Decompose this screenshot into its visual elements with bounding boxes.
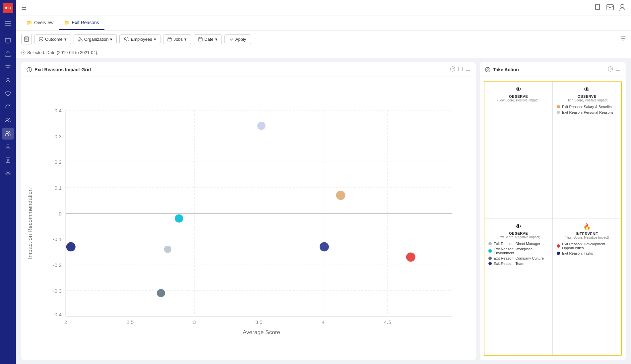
svg-point-26 [39,37,43,41]
tab-exit-reasons[interactable]: 📁 Exit Reasons [59,16,104,30]
svg-point-16 [7,173,9,174]
legend-tasks: Exit Reason: Tasks [557,251,617,255]
eye-icon-tr: 👁 [557,86,617,93]
svg-point-10 [9,132,10,133]
data-point-development [406,252,415,262]
jobs-filter[interactable]: Jobs ▾ [163,34,191,44]
date-filter[interactable]: Date ▾ [194,34,221,44]
employees-chevron: ▾ [154,37,156,42]
svg-point-11 [7,145,9,147]
selected-info-bar: Selected: Date (2019-04 to 2021-04). [16,48,631,58]
sidebar-report[interactable] [2,154,14,166]
svg-text:4.5: 4.5 [384,319,391,325]
organization-chevron: ▾ [110,37,112,42]
svg-rect-3 [5,38,11,42]
chart-panel: Exit Reasons Impact-Grid ? [21,62,476,360]
flame-icon-br: 🔥 [557,223,617,230]
filters-bar: Outcome ▾ Organization ▾ Employees ▾ Job… [16,30,631,48]
svg-text:0.4: 0.4 [54,108,62,113]
legend-salary: Exit Reason: Salary & Benefits [557,105,617,109]
svg-rect-0 [5,21,11,22]
svg-text:3: 3 [193,319,196,325]
legend-workplace: Exit Reason: Workplace Environment [488,247,548,255]
legend-team: Exit Reason: Team [488,262,548,266]
chart-area: Impact on Recommendation Average Score [21,77,476,360]
sidebar-group[interactable] [2,114,14,126]
svg-text:2.5: 2.5 [127,319,134,325]
action-title: Take Action [485,67,519,72]
sidebar-users-active[interactable] [2,128,14,140]
chart-actions: ? [450,66,471,73]
sidebar-refresh[interactable] [2,101,14,113]
tab-overview[interactable]: 📁 Overview [21,16,59,30]
svg-point-9 [6,132,8,134]
tabs-bar: 📁 Overview 📁 Exit Reasons [16,16,631,30]
svg-rect-24 [25,37,27,38]
svg-point-8 [9,119,10,120]
svg-text:?: ? [452,67,454,71]
sidebar-person[interactable] [2,75,14,87]
folder-blue-icon: 📁 [64,20,70,25]
organization-filter[interactable]: Organization ▾ [74,34,117,44]
data-point-company-culture [157,289,165,297]
quadrant-observe-low-positive: 👁 OBSERVE (Low Score, Positive Impact) [484,82,553,218]
action-help-icon[interactable]: ? [608,66,613,73]
selected-text: Selected: Date (2019-04 to 2021-04). [27,50,98,55]
svg-text:Average Score: Average Score [243,329,280,335]
folder-icon: 📁 [27,20,32,25]
svg-text:-0.3: -0.3 [53,288,62,294]
chart-minimize-icon[interactable] [466,67,471,72]
eye-icon-tl: 👁 [488,86,548,93]
action-minimize-icon[interactable] [616,67,620,72]
svg-point-88 [485,67,490,72]
sidebar-heart[interactable] [2,88,14,100]
svg-rect-38 [198,38,202,41]
action-panel: Take Action ? 👁 OBSERVE [480,62,626,360]
svg-rect-27 [80,37,81,38]
legend-development: Exit Reason: Development Opportunities [557,242,617,250]
sidebar-person2[interactable] [2,141,14,153]
data-point-salary [336,191,345,200]
save-filter-button[interactable] [21,34,32,44]
svg-point-46 [23,52,24,53]
quadrant-observe-high-positive: 👁 OBSERVE (High Score, Positive Impact) … [553,82,621,218]
svg-text:-0.2: -0.2 [53,262,62,268]
user-icon[interactable] [619,4,626,12]
svg-text:4: 4 [322,319,325,325]
svg-rect-29 [81,40,82,41]
legend-direct-manager: Exit Reason: Direct Manager [488,242,548,246]
chart-expand-icon[interactable] [458,66,463,73]
svg-point-6 [7,79,9,81]
svg-text:0.1: 0.1 [54,185,62,191]
data-point-tasks [66,242,76,251]
svg-text:Impact on Recommendation: Impact on Recommendation [27,188,33,259]
svg-text:0.2: 0.2 [54,159,62,165]
quadrant-intervene-high-negative: 🔥 INTERVENE (High Score, Negative Impact… [553,218,621,355]
svg-point-34 [125,38,126,39]
svg-text:?: ? [610,67,612,71]
legend-personal: Exit Reason: Personal Reasons [557,110,617,114]
sidebar-filter[interactable] [2,61,14,73]
app-logo[interactable]: fHR [3,3,13,13]
apply-button[interactable]: Apply [224,34,251,44]
legend-company-culture: Exit Reason: Company Culture [488,256,548,260]
action-panel-header: Take Action ? [480,62,626,77]
sidebar-settings[interactable] [2,167,14,179]
chart-help-icon[interactable]: ? [450,66,455,73]
sidebar-monitor[interactable] [2,35,14,47]
scatter-chart: Impact on Recommendation Average Score [25,80,473,357]
action-panel-actions: ? [608,66,620,73]
sidebar-upload[interactable] [2,48,14,60]
filter-right-icon[interactable] [620,36,626,42]
data-point-personal-reasons [257,122,266,130]
outcome-filter[interactable]: Outcome ▾ [34,34,71,44]
mail-icon[interactable] [606,4,614,12]
hamburger-icon[interactable]: ☰ [21,4,27,12]
svg-point-22 [621,4,624,8]
document-icon[interactable] [595,4,601,12]
sidebar-hamburger[interactable] [2,17,14,29]
employees-filter[interactable]: Employees ▾ [119,34,160,44]
svg-rect-21 [607,5,613,10]
svg-point-89 [487,70,488,71]
svg-point-49 [29,70,30,71]
